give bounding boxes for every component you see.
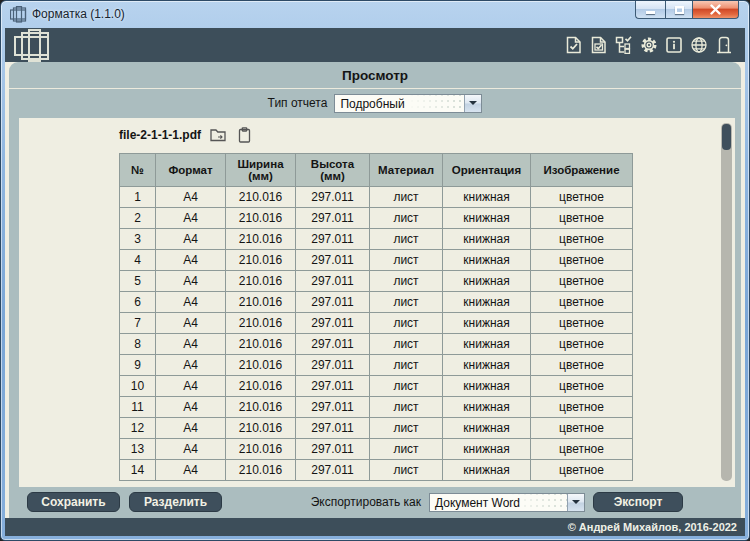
table-cell: цветное	[531, 334, 633, 355]
table-cell: цветное	[531, 187, 633, 208]
table-cell: 210.016	[226, 313, 296, 334]
settings-gear-icon[interactable]	[640, 36, 658, 54]
chevron-down-icon	[469, 101, 477, 105]
table-header-row: №ФорматШирина (мм)Высота (мм)МатериалОри…	[120, 154, 633, 187]
main-panel: Просмотр Тип отчета Подробный file-2-1-1…	[9, 62, 741, 518]
about-info-icon[interactable]	[665, 36, 683, 54]
export-format-dropdown-button[interactable]	[567, 494, 584, 511]
table-column-header: Материал	[370, 154, 443, 187]
table-cell: лист	[370, 208, 443, 229]
table-cell: 210.016	[226, 250, 296, 271]
export-button[interactable]: Экспорт	[593, 492, 683, 512]
table-row: 1A4210.016297.011листкнижнаяцветное	[120, 187, 633, 208]
table-cell: книжная	[443, 208, 531, 229]
table-cell: цветное	[531, 271, 633, 292]
table-cell: лист	[370, 439, 443, 460]
report-type-row: Тип отчета Подробный	[9, 89, 741, 117]
close-button[interactable]	[693, 1, 739, 19]
table-cell: лист	[370, 313, 443, 334]
batch-check-icon[interactable]	[615, 36, 633, 54]
export-format-select[interactable]: Документ Word	[429, 493, 585, 512]
table-cell: 6	[120, 292, 156, 313]
website-globe-icon[interactable]	[690, 36, 708, 54]
table-column-header: Формат	[156, 154, 226, 187]
close-icon	[710, 4, 721, 15]
table-cell: лист	[370, 334, 443, 355]
app-logo-icon	[10, 6, 27, 23]
table-cell: книжная	[443, 292, 531, 313]
table-cell: лист	[370, 418, 443, 439]
table-cell: книжная	[443, 355, 531, 376]
export-as-label: Экспортировать как	[311, 495, 421, 509]
table-cell: книжная	[443, 187, 531, 208]
file-row: file-2-1-1-1.pdf	[119, 127, 253, 143]
table-cell: 2	[120, 208, 156, 229]
table-cell: 13	[120, 439, 156, 460]
split-button[interactable]: Разделить	[129, 492, 222, 512]
table-cell: книжная	[443, 376, 531, 397]
table-cell: 297.011	[296, 355, 370, 376]
table-cell: 297.011	[296, 271, 370, 292]
table-cell: цветное	[531, 355, 633, 376]
page-title: Просмотр	[9, 62, 741, 89]
table-cell: книжная	[443, 229, 531, 250]
table-cell: книжная	[443, 313, 531, 334]
table-cell: 210.016	[226, 271, 296, 292]
table-cell: 297.011	[296, 292, 370, 313]
minimize-icon	[646, 11, 655, 14]
table-cell: A4	[156, 376, 226, 397]
table-column-header: Изображение	[531, 154, 633, 187]
maximize-button[interactable]	[665, 1, 693, 19]
report-type-dropdown-button[interactable]	[464, 95, 481, 112]
table-cell: цветное	[531, 229, 633, 250]
report-all-icon[interactable]	[590, 36, 608, 54]
app-client-area: Просмотр Тип отчета Подробный file-2-1-1…	[5, 28, 745, 536]
open-folder-icon[interactable]	[210, 127, 227, 143]
vertical-scrollbar[interactable]	[721, 123, 732, 481]
table-row: 5A4210.016297.011листкнижнаяцветное	[120, 271, 633, 292]
table-cell: A4	[156, 229, 226, 250]
table-cell: A4	[156, 292, 226, 313]
exit-door-icon[interactable]	[715, 36, 733, 54]
table-cell: 210.016	[226, 397, 296, 418]
table-cell: лист	[370, 376, 443, 397]
table-cell: цветное	[531, 460, 633, 481]
table-row: 10A4210.016297.011листкнижнаяцветное	[120, 376, 633, 397]
table-cell: 297.011	[296, 397, 370, 418]
window-title: Форматка (1.1.0)	[32, 7, 125, 21]
table-column-header: №	[120, 154, 156, 187]
table-cell: A4	[156, 271, 226, 292]
table-row: 2A4210.016297.011листкнижнаяцветное	[120, 208, 633, 229]
table-cell: лист	[370, 250, 443, 271]
table-cell: книжная	[443, 439, 531, 460]
table-cell: A4	[156, 187, 226, 208]
table-cell: 297.011	[296, 334, 370, 355]
report-current-icon[interactable]	[565, 36, 583, 54]
table-cell: A4	[156, 250, 226, 271]
report-type-value: Подробный	[335, 95, 464, 112]
table-row: 13A4210.016297.011листкнижнаяцветное	[120, 439, 633, 460]
minimize-button[interactable]	[635, 1, 665, 19]
table-cell: цветное	[531, 376, 633, 397]
report-table-viewport[interactable]: №ФорматШирина (мм)Высота (мм)МатериалОри…	[119, 153, 639, 481]
table-cell: 297.011	[296, 313, 370, 334]
scrollbar-thumb[interactable]	[722, 124, 731, 150]
table-row: 11A4210.016297.011листкнижнаяцветное	[120, 397, 633, 418]
table-cell: 210.016	[226, 376, 296, 397]
table-body: 1A4210.016297.011листкнижнаяцветное2A421…	[120, 187, 633, 481]
report-table: №ФорматШирина (мм)Высота (мм)МатериалОри…	[119, 153, 633, 481]
table-cell: A4	[156, 334, 226, 355]
table-row: 6A4210.016297.011листкнижнаяцветное	[120, 292, 633, 313]
table-cell: 10	[120, 376, 156, 397]
maximize-icon	[675, 6, 684, 14]
save-button[interactable]: Сохранить	[27, 492, 120, 512]
report-type-label: Тип отчета	[268, 96, 328, 110]
table-cell: 297.011	[296, 229, 370, 250]
table-row: 8A4210.016297.011листкнижнаяцветное	[120, 334, 633, 355]
table-cell: 210.016	[226, 229, 296, 250]
table-cell: 7	[120, 313, 156, 334]
file-name: file-2-1-1-1.pdf	[119, 128, 201, 142]
report-type-select[interactable]: Подробный	[334, 94, 482, 113]
copy-clipboard-icon[interactable]	[236, 127, 253, 143]
table-row: 14A4210.016297.011листкнижнаяцветное	[120, 460, 633, 481]
